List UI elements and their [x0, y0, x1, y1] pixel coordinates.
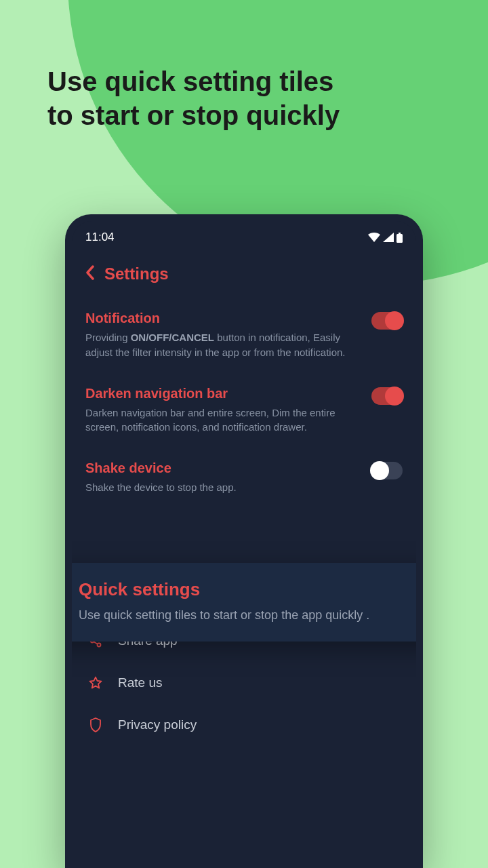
status-icons — [368, 233, 403, 243]
back-icon[interactable] — [85, 265, 95, 283]
setting-notification[interactable]: Notification Providing ON/OFF/CANCEL but… — [85, 300, 403, 375]
phone-mockup: 11:04 Settings Notification — [65, 214, 423, 868]
link-rate-us[interactable]: Rate us — [85, 662, 403, 704]
svg-rect-0 — [396, 234, 403, 243]
header: Settings — [72, 250, 416, 300]
promo-line-2: to start or stop quickly — [47, 98, 340, 132]
status-bar: 11:04 — [72, 221, 416, 250]
setting-title: Darken navigation bar — [85, 386, 357, 401]
quick-settings-highlight[interactable]: Quick settings Use quick setting tiles t… — [72, 563, 416, 642]
setting-desc: Darken navigation bar and entire screen,… — [85, 406, 357, 435]
setting-desc: Providing ON/OFF/CANCEL button in notifi… — [85, 330, 357, 360]
page-title: Settings — [104, 264, 169, 283]
promo-line-1: Use quick setting tiles — [47, 64, 340, 98]
promo-heading: Use quick setting tiles to start or stop… — [47, 64, 340, 132]
svg-point-4 — [98, 643, 101, 646]
shield-icon — [88, 717, 103, 732]
battery-icon — [396, 233, 403, 243]
setting-desc: Shake the device to stop the app. — [85, 480, 237, 495]
wifi-icon — [368, 233, 380, 242]
highlight-desc: Use quick setting tiles to start or stop… — [79, 607, 416, 624]
signal-icon — [383, 233, 394, 242]
setting-shake[interactable]: Shake device Shake the device to stop th… — [85, 450, 403, 510]
link-label: Rate us — [118, 675, 162, 690]
setting-title: Notification — [85, 311, 357, 326]
toggle-shake[interactable] — [371, 462, 403, 479]
toggle-darken-nav[interactable] — [371, 387, 403, 405]
svg-rect-1 — [399, 233, 401, 234]
link-label: Privacy policy — [118, 717, 197, 732]
link-privacy-policy[interactable]: Privacy policy — [85, 704, 403, 746]
setting-darken-nav[interactable]: Darken navigation bar Darken navigation … — [85, 375, 403, 450]
star-icon — [88, 676, 103, 690]
setting-title: Shake device — [85, 460, 237, 476]
svg-line-6 — [94, 642, 98, 644]
status-time: 11:04 — [85, 231, 115, 244]
highlight-title: Quick settings — [79, 579, 416, 600]
toggle-notification[interactable] — [371, 312, 403, 330]
